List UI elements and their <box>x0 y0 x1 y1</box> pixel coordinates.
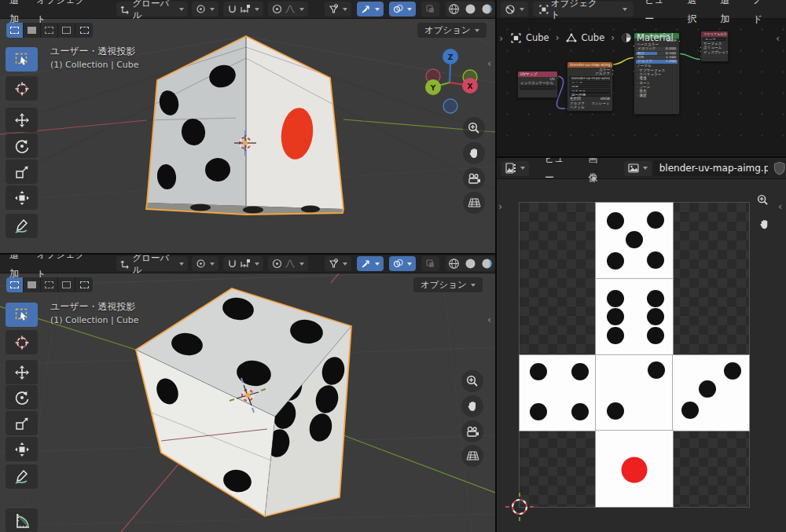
select-mode-subtract[interactable] <box>58 277 75 292</box>
select-mode-extend[interactable] <box>41 277 58 292</box>
source-dropdown[interactable]: 単一画像 <box>569 93 611 97</box>
n-panel-collapse-arrow[interactable]: ‹ <box>778 201 782 211</box>
select-mode-tweak[interactable] <box>6 23 24 38</box>
view-object-types-dropdown[interactable] <box>325 2 351 17</box>
bsdf-param-slider[interactable]: 粗さ0.500 <box>636 52 678 56</box>
camera-view-button[interactable] <box>461 420 483 442</box>
gizmo-z-neg-axis[interactable] <box>443 99 457 113</box>
pan-button[interactable] <box>461 395 483 417</box>
node-uv-map[interactable]: UVマップ UV インスタンサーから <box>517 71 558 98</box>
toggle-perspective-button[interactable] <box>461 445 483 467</box>
socket-vector-in[interactable] <box>566 108 568 110</box>
from-instancer-checkbox[interactable]: インスタンサーから <box>518 81 557 85</box>
proportional-editing-group[interactable] <box>268 256 308 271</box>
uv-canvas[interactable]: › ‹ <box>497 179 786 532</box>
tool-rotate[interactable] <box>6 385 38 409</box>
zoom-button[interactable] <box>461 370 483 392</box>
editor-type-dropdown[interactable] <box>501 2 528 17</box>
fake-user-shield-icon[interactable] <box>773 160 786 176</box>
tool-transform[interactable] <box>6 437 38 461</box>
socket-color-out[interactable] <box>612 69 614 72</box>
toggle-perspective-button[interactable] <box>463 192 485 214</box>
socket-uv-out[interactable] <box>556 77 559 79</box>
editor-type-dropdown[interactable] <box>501 161 529 176</box>
alpha-mode-value[interactable]: ストレート <box>592 101 610 105</box>
pivot-point-dropdown[interactable] <box>192 256 219 271</box>
interpolation-dropdown[interactable]: リニア <box>569 81 611 85</box>
select-mode-new[interactable] <box>24 277 41 292</box>
proportional-editing-group[interactable] <box>268 2 308 17</box>
transform-orientation-dropdown[interactable]: グローバル <box>116 256 187 271</box>
tool-select-box[interactable] <box>6 47 38 72</box>
viewport-3d-top-scene[interactable] <box>0 0 495 253</box>
options-dropdown[interactable]: オプション <box>413 277 483 292</box>
menu-image[interactable]: 画像 <box>583 158 611 187</box>
socket-displacement-in[interactable] <box>700 55 702 57</box>
projection-dropdown[interactable]: 平面 <box>569 85 611 89</box>
select-mode-new[interactable] <box>24 23 41 38</box>
overlays-toggle-dropdown[interactable] <box>389 256 416 271</box>
socket-bsdf-out[interactable] <box>678 40 681 42</box>
breadcrumb-object[interactable]: Cube <box>526 32 549 43</box>
camera-view-button[interactable] <box>463 167 485 189</box>
breadcrumb-material[interactable]: Material <box>637 32 674 43</box>
bsdf-param-slider[interactable]: IOR1.500 <box>636 56 678 60</box>
menu-node[interactable]: ノード <box>748 0 786 28</box>
options-dropdown[interactable]: オプション <box>417 23 487 38</box>
tool-select-box[interactable] <box>6 303 38 327</box>
pivot-point-dropdown[interactable] <box>192 2 219 17</box>
menu-add[interactable]: 追加 <box>715 0 744 28</box>
pan-button[interactable] <box>463 142 485 164</box>
overlays-toggle-dropdown[interactable] <box>389 2 416 17</box>
select-mode-subtract[interactable] <box>58 23 75 38</box>
tool-annotate[interactable] <box>6 214 38 238</box>
bsdf-param-slider[interactable]: メタリック0.000 <box>636 47 678 51</box>
transform-orientation-dropdown[interactable]: グローバル <box>116 2 187 17</box>
bsdf-section-row[interactable]: › 薄膜 <box>634 94 679 97</box>
menu-view[interactable]: ビュー <box>540 158 577 187</box>
select-mode-extend[interactable] <box>41 23 58 38</box>
dice-cube[interactable] <box>136 288 351 516</box>
node-image-texture[interactable]: blender-uv-map-aimg.png カラー アルファ blender… <box>567 61 613 112</box>
tool-cursor[interactable] <box>6 330 38 354</box>
navigation-gizmo[interactable]: Z Y X <box>421 43 487 116</box>
t-panel-expand-arrow[interactable]: › <box>498 201 502 211</box>
shading-mode-group[interactable] <box>446 256 495 271</box>
shader-type-dropdown[interactable]: オブジェクト <box>533 2 634 17</box>
snap-group[interactable] <box>223 256 263 271</box>
image-datablock-field[interactable]: blender-uv-map-aimg.png <box>569 76 611 80</box>
menu-select[interactable]: 選択 <box>682 0 711 28</box>
select-mode-intersect[interactable] <box>75 23 93 38</box>
gizmos-toggle-dropdown[interactable] <box>357 2 384 17</box>
sidebar-collapse-arrow[interactable]: ‹ <box>487 314 491 325</box>
tool-annotate[interactable] <box>6 464 38 489</box>
image-browse-dropdown[interactable] <box>624 161 652 176</box>
viewport-3d-bottom-scene[interactable] <box>0 255 495 532</box>
sidebar-collapse-arrow[interactable]: ‹ <box>487 58 491 68</box>
tool-cursor[interactable] <box>6 76 38 101</box>
select-mode-intersect[interactable] <box>75 277 93 292</box>
output-target-dropdown[interactable]: すべて <box>703 38 726 42</box>
zoom-button[interactable] <box>752 189 773 210</box>
uv-map-select-field[interactable] <box>520 86 556 90</box>
tool-scale[interactable] <box>6 411 38 435</box>
tool-scale[interactable] <box>6 160 38 184</box>
zoom-button[interactable] <box>463 117 485 139</box>
extension-dropdown[interactable]: リピート <box>569 89 611 93</box>
menu-view[interactable]: ビュー <box>640 0 678 28</box>
view-object-types-dropdown[interactable] <box>325 256 351 271</box>
shading-mode-group[interactable] <box>446 2 495 17</box>
xray-toggle[interactable] <box>421 2 439 17</box>
pan-button[interactable] <box>754 214 774 234</box>
tool-rotate[interactable] <box>6 134 38 158</box>
select-mode-tweak[interactable] <box>6 277 24 292</box>
tool-move[interactable] <box>6 360 38 384</box>
xray-toggle[interactable] <box>421 256 439 271</box>
tool-measure[interactable] <box>6 508 38 532</box>
bsdf-param-slider[interactable]: アルファ1.000 <box>636 60 678 64</box>
gizmos-toggle-dropdown[interactable] <box>357 256 384 271</box>
image-name-field[interactable]: blender-uv-map-aimg.png <box>653 160 768 176</box>
snap-group[interactable] <box>223 2 263 17</box>
breadcrumb-mesh[interactable]: Cube <box>582 32 605 43</box>
node-material-output[interactable]: マテリアル出力 すべて サーフェス ボリューム ディスプレイスメント <box>700 31 729 62</box>
